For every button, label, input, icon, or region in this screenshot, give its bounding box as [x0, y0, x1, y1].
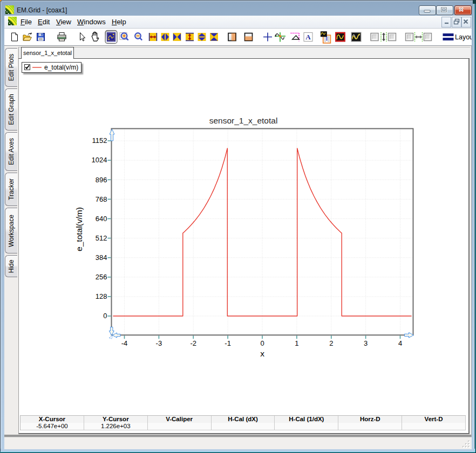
svg-text:-3: -3 [156, 339, 162, 347]
svg-text:768: 768 [96, 195, 107, 203]
svg-text:e_total(v/m): e_total(v/m) [74, 207, 84, 251]
svg-text:1024: 1024 [92, 156, 107, 164]
svg-text:-4: -4 [121, 339, 128, 347]
svg-text:1: 1 [295, 339, 298, 347]
svg-text:x: x [260, 349, 264, 358]
svg-text:1152: 1152 [92, 136, 107, 145]
svg-text:sensor_1_x_etotal: sensor_1_x_etotal [209, 116, 278, 125]
svg-text:640: 640 [96, 215, 107, 223]
svg-text:384: 384 [96, 253, 107, 262]
svg-text:2: 2 [329, 339, 333, 347]
svg-text:256: 256 [96, 273, 107, 281]
svg-text:128: 128 [96, 292, 107, 300]
svg-text:896: 896 [96, 176, 107, 184]
svg-text:A: A [305, 33, 311, 41]
svg-text:512: 512 [96, 234, 107, 242]
svg-text:-2: -2 [190, 339, 196, 347]
svg-text:0: 0 [260, 339, 264, 347]
svg-text:-1: -1 [225, 339, 231, 347]
svg-text:Layout: Layout [455, 33, 472, 41]
svg-text:3: 3 [364, 339, 368, 347]
svg-text:0: 0 [103, 312, 107, 320]
svg-text:4: 4 [398, 339, 402, 347]
